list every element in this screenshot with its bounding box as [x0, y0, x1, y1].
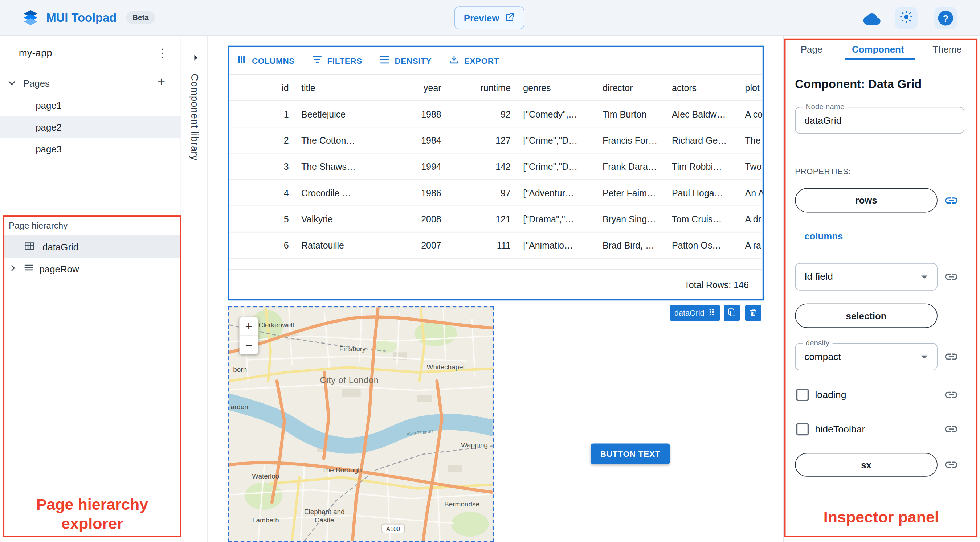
cell: 1988 — [385, 101, 447, 127]
id-field-select[interactable]: Id field — [795, 263, 937, 291]
pages-section-label: Pages — [23, 78, 50, 89]
columns-button[interactable]: COLUMNS — [235, 54, 295, 67]
hidetoolbar-checkbox[interactable] — [796, 423, 809, 436]
expand-chevron-icon[interactable] — [8, 263, 18, 275]
density-label: density — [802, 339, 833, 347]
open-library-arrow-icon[interactable] — [191, 53, 201, 65]
cell: A dr — [739, 206, 762, 232]
bind-idfield-link-icon[interactable] — [944, 269, 959, 284]
cloud-sync-icon[interactable] — [863, 11, 881, 29]
bind-sx-link-icon[interactable] — [944, 457, 959, 472]
sidebar-item-page1[interactable]: page1 — [0, 94, 181, 116]
duplicate-node-button[interactable] — [724, 305, 740, 321]
column-header[interactable]: id — [229, 75, 295, 101]
copy-icon — [727, 307, 737, 319]
column-header[interactable]: year — [385, 75, 447, 101]
app-menu-kebab-icon[interactable]: ⋮ — [156, 46, 168, 60]
button-component[interactable]: BUTTON TEXT — [590, 444, 670, 464]
cell: Paul Hoga… — [666, 180, 739, 206]
loading-checkbox[interactable] — [796, 389, 809, 401]
export-button[interactable]: EXPORT — [448, 54, 499, 67]
hierarchy-item-pagerow[interactable]: pageRow — [4, 258, 180, 280]
datagrid-icon — [24, 240, 35, 254]
map-label: City of London — [320, 375, 379, 385]
table-row[interactable]: 4 Crocodile … 1986 97 ["Adventur… Peter … — [229, 180, 763, 206]
map-label: Finsbury — [339, 345, 366, 353]
tab-page[interactable]: Page — [801, 44, 822, 54]
theme-toggle-button[interactable] — [895, 7, 918, 29]
columns-button-label: COLUMNS — [252, 56, 295, 65]
cell: The Cotton… — [295, 127, 385, 153]
cell: The Shaws… — [295, 154, 385, 180]
hierarchy-item-datagrid[interactable]: dataGrid — [4, 236, 180, 258]
column-header[interactable]: plot — [739, 75, 762, 101]
help-icon: ? — [938, 11, 953, 25]
density-button[interactable]: DENSITY — [379, 54, 432, 67]
zoom-in-button[interactable]: + — [240, 318, 258, 335]
map-component[interactable]: A100 Clerkenwell Finsbury Whitechapel Ci… — [228, 306, 494, 542]
column-header[interactable]: title — [295, 75, 385, 101]
pages-collapse-chevron-icon[interactable] — [6, 78, 18, 91]
density-value: compact — [804, 351, 841, 362]
delete-node-button[interactable] — [745, 305, 762, 321]
add-page-button[interactable]: + — [158, 75, 165, 89]
zoom-out-button[interactable]: − — [240, 336, 258, 354]
tab-theme[interactable]: Theme — [932, 44, 961, 54]
cell: Frank Dara… — [597, 154, 666, 180]
table-row[interactable]: 3 The Shaws… 1994 142 ["Crime","D… Frank… — [229, 154, 763, 180]
preview-button[interactable]: Preview — [455, 6, 524, 29]
sx-property-button[interactable]: sx — [795, 453, 937, 476]
column-header[interactable]: director — [597, 75, 666, 101]
map-label: Castle — [315, 516, 334, 524]
road-badge-label: A100 — [386, 526, 400, 532]
cell: Beetlejuice — [295, 101, 385, 127]
selected-node-chip[interactable]: dataGrid — [670, 305, 720, 321]
cell: 3 — [229, 154, 295, 180]
bind-density-link-icon[interactable] — [944, 350, 959, 364]
bind-hidetoolbar-link-icon[interactable] — [944, 421, 959, 436]
sidebar-item-page3[interactable]: page3 — [0, 138, 181, 160]
datagrid-component[interactable]: COLUMNS FILTERS DENSITY EXPORT — [228, 46, 764, 301]
columns-property-button[interactable]: columns — [804, 230, 843, 241]
table-row[interactable]: 5 Valkyrie 2008 121 ["Drama","… Bryan Si… — [229, 206, 763, 232]
datagrid-empty-area — [229, 259, 763, 269]
cell: 1984 — [385, 127, 447, 153]
loading-label: loading — [815, 389, 846, 401]
page-hierarchy-annotation-label: Page hierarchy explorer — [10, 495, 175, 534]
column-header[interactable]: runtime — [447, 75, 517, 101]
table-row[interactable]: 1 Beetlejuice 1988 92 ["Comedy",… Tim Bu… — [229, 101, 763, 127]
rows-property-button[interactable]: rows — [795, 188, 937, 212]
cell: ["Crime","D… — [517, 127, 597, 153]
bind-loading-link-icon[interactable] — [944, 388, 959, 402]
cell: Patton Os… — [666, 232, 739, 258]
filter-icon — [311, 54, 323, 67]
app-name: my-app — [19, 48, 52, 59]
sidebar-item-page2[interactable]: page2 — [0, 116, 181, 138]
cell: Brad Bird, … — [597, 232, 666, 258]
filters-button[interactable]: FILTERS — [311, 54, 362, 67]
drag-handle-icon[interactable] — [707, 308, 715, 318]
column-header[interactable]: genres — [517, 75, 597, 101]
map-label: born — [233, 366, 247, 373]
datagrid-footer: Total Rows: 146 — [229, 269, 763, 299]
selection-property-button[interactable]: selection — [795, 304, 937, 328]
chevron-down-icon — [917, 350, 932, 367]
node-name-value: dataGrid — [804, 114, 842, 126]
cell: Ratatouille — [295, 232, 385, 258]
help-button[interactable]: ? — [934, 7, 957, 29]
page-hierarchy-title: Page hierarchy — [9, 221, 67, 231]
cell: ["Crime","D… — [517, 154, 597, 180]
component-library-label: Component library — [189, 74, 200, 161]
cell: 2007 — [385, 232, 447, 258]
table-row[interactable]: 6 Ratatouille 2007 111 ["Animatio… Brad … — [229, 232, 763, 259]
map-label: arden — [231, 403, 248, 411]
export-button-label: EXPORT — [464, 56, 499, 65]
total-rows-label: Total Rows: 146 — [684, 280, 749, 290]
tab-indicator — [845, 58, 915, 60]
tab-component[interactable]: Component — [852, 44, 904, 54]
bind-rows-link-icon[interactable] — [944, 193, 959, 208]
chevron-down-icon — [917, 269, 932, 287]
map-label: The Borough — [322, 466, 362, 474]
column-header[interactable]: actors — [666, 75, 739, 101]
table-row[interactable]: 2 The Cotton… 1984 127 ["Crime","D… Fran… — [229, 127, 763, 153]
